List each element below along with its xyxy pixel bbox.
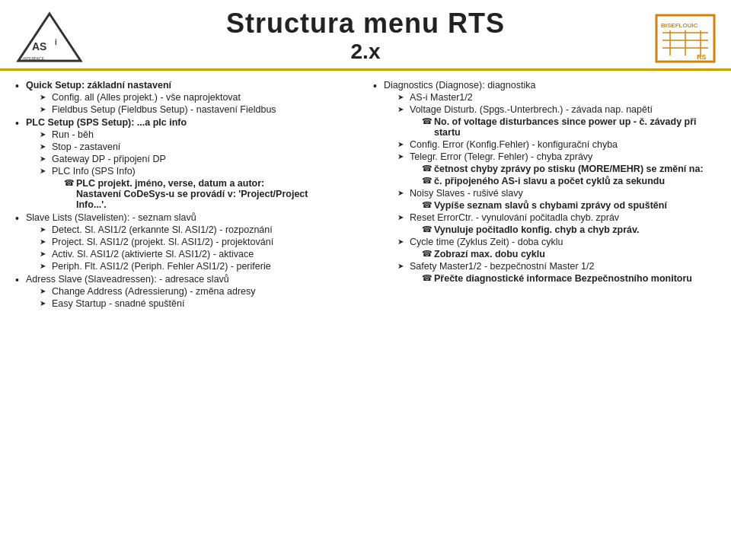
li-telegr-error: Telegr. Error (Telegr. Fehler) - chyba z… (397, 151, 716, 186)
plcsetup-label: PLC Setup (SPS Setup): ...a plc info (26, 117, 187, 128)
li-cycletime: Cycle time (Zyklus Zeit) - doba cyklu Zo… (397, 237, 716, 259)
li-reset: Reset ErrorCtr. - vynulování počitadla c… (397, 212, 716, 235)
li-safety: Safety Master1/2 - bezpečnostní Master 1… (397, 261, 716, 284)
list-item-diagnostics: Diagnostics (Diagnose): diagnostika AS-i… (373, 80, 716, 284)
li-precte: Přečte diagnostické informace Bezpečnost… (422, 273, 716, 284)
svg-marker-0 (18, 14, 81, 61)
li-change-address: Change Address (Adressierung) - změna ad… (40, 286, 358, 297)
li-voltage-no: No. of voltage disturbances since power … (422, 116, 716, 138)
li-stop: Stop - zastavení (40, 142, 358, 152)
li-config-all: Config. all (Alles projekt.) - vše napro… (40, 92, 358, 103)
right-column: Diagnostics (Diagnose): diagnostika AS-i… (373, 80, 716, 311)
svg-text:BISEFLOUIC: BISEFLOUIC (661, 22, 698, 29)
li-config-error: Config. Error (Konfig.Fehler) - konfigur… (397, 139, 716, 150)
li-plcprojekt: PLC projekt. jméno, verse, datum a autor… (64, 178, 358, 210)
li-vynuluje: Vynuluje počitadlo konfig. chyb a chyb z… (422, 224, 716, 235)
li-easy-startup: Easy Startup - snadné spuštění (40, 298, 358, 309)
li-vypise: Vypíše seznam slavů s chybami zprávy od … (422, 200, 716, 211)
li-voltage: Voltage Disturb. (Spgs.-Unterbrech.) - z… (397, 104, 716, 138)
li-detect: Detect. Sl. ASI1/2 (erkannte Sl. ASI1/2)… (40, 224, 358, 235)
li-asimaster: AS-i Master1/2 (397, 92, 716, 103)
svg-text:INTERFACE: INTERFACE (23, 56, 45, 61)
subtitle: 2.x (99, 40, 632, 64)
quicksetup-label: Quick Setup: základní nastavení (26, 80, 171, 91)
logo-left: AS i INTERFACE (15, 11, 99, 66)
left-column: Quick Setup: základní nastavení Config. … (15, 80, 358, 311)
svg-text:RS: RS (697, 53, 707, 61)
list-item-adress: Adress Slave (Slaveadressen): - adresace… (15, 274, 358, 309)
li-activ: Activ. Sl. ASI1/2 (aktivierte Sl. ASI1/2… (40, 249, 358, 259)
li-fieldbus-setup: Fieldbus Setup (Fieldbus Setup) - nastav… (40, 104, 358, 115)
main-title: Structura menu RTS (99, 8, 632, 40)
li-project: Project. Sl. ASI1/2 (projekt. Sl. ASI1/2… (40, 237, 358, 247)
list-item-quicksetup: Quick Setup: základní nastavení Config. … (15, 80, 358, 115)
main-content: Quick Setup: základní nastavení Config. … (0, 75, 731, 319)
li-c-pripojeneho: č. připojeného AS-i slavu a počet cyklů … (422, 176, 716, 186)
header: AS i INTERFACE Structura menu RTS 2.x BI… (0, 0, 731, 71)
title-block: Structura menu RTS 2.x (99, 8, 632, 68)
li-zobrazi: Zobrazí max. dobu cyklu (422, 249, 716, 259)
left-list: Quick Setup: základní nastavení Config. … (15, 80, 358, 309)
li-periph: Periph. Flt. ASI1/2 (Periph. Fehler ASI1… (40, 261, 358, 272)
right-list: Diagnostics (Diagnose): diagnostika AS-i… (373, 80, 716, 284)
svg-text:AS: AS (32, 40, 46, 52)
svg-text:i: i (55, 38, 57, 46)
list-item-slavelists: Slave Lists (Slavelisten): - seznam slav… (15, 212, 358, 272)
logo-right: BISEFLOUIC RS (632, 14, 716, 63)
li-noisy: Noisy Slaves - rušivé slavy Vypíše sezna… (397, 188, 716, 211)
li-plcinfo: PLC Info (SPS Info) PLC projekt. jméno, … (40, 166, 358, 210)
li-gateway: Gateway DP - připojení DP (40, 154, 358, 164)
li-cetnost: četnost chyby zprávy po stisku (MORE/MEH… (422, 164, 716, 174)
li-run: Run - běh (40, 129, 358, 140)
list-item-plcsetup: PLC Setup (SPS Setup): ...a plc info Run… (15, 117, 358, 210)
